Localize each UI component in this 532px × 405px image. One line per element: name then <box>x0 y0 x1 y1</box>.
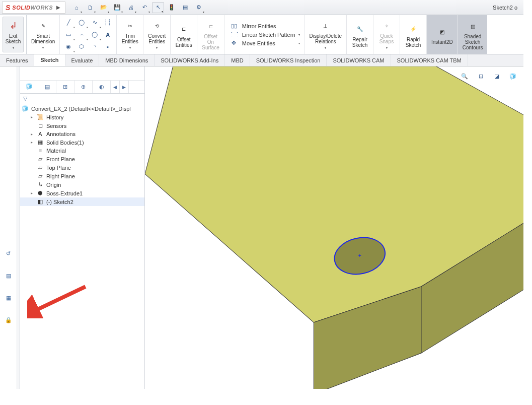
move-entities-button[interactable]: ✥ Move Entities ▾ <box>229 40 300 46</box>
trim-entities-button[interactable]: ✂ Trim Entities ▾ <box>119 17 140 52</box>
tree-item-label: Boss-Extrude1 <box>46 190 83 196</box>
select-icon[interactable]: ↖▾ <box>152 2 164 13</box>
polygon-tool-icon[interactable]: ⬡ <box>76 41 87 52</box>
tree-item-label: Sensors <box>46 123 66 129</box>
tab-cam-tbm[interactable]: SOLIDWORKS CAM TBM <box>391 54 468 66</box>
logo-menu-arrow-icon[interactable]: ▶ <box>55 5 62 10</box>
expand-icon[interactable]: ▸ <box>29 115 34 119</box>
tab-inspection[interactable]: SOLIDWORKS Inspection <box>250 54 327 66</box>
quick-access-toolbar: ⌂▾ 🗋▾ 📂▾ 💾▾ 🖨▾ ↶▾ ↖▾ 🚦 ▤ ⚙▾ <box>70 2 205 13</box>
tab-cam[interactable]: SOLIDWORKS CAM <box>327 54 391 66</box>
move-icon: ✥ <box>229 40 239 46</box>
tree-tab-property-manager[interactable]: ▤ <box>38 81 56 93</box>
exit-sketch-button[interactable]: ↲ Exit Sketch ▾ <box>3 17 24 52</box>
smart-dimension-button[interactable]: ✎ Smart Dimension ▾ <box>29 17 57 52</box>
pattern-tool-icon[interactable]: ┊┊ <box>102 17 113 28</box>
convert-entities-button[interactable]: ⟲ Convert Entities ▾ <box>146 17 168 52</box>
line-tool-icon[interactable]: ╱▾ <box>63 17 74 28</box>
fillet-tool-icon[interactable]: ◝ <box>89 41 100 52</box>
tree-item[interactable]: ▸⬢Boss-Extrude1 <box>20 189 144 197</box>
spline-tool-icon[interactable]: ∿▾ <box>89 17 100 28</box>
tree-item[interactable]: ↳Origin <box>20 180 144 189</box>
tree-item[interactable]: ▱Front Plane <box>20 155 144 163</box>
graphics-viewport[interactable]: 🔍 ⊡ ◪ 🧊 + <box>145 66 523 389</box>
home-icon[interactable]: ⌂▾ <box>70 2 83 13</box>
tree-item[interactable]: ▱Top Plane <box>20 163 144 172</box>
tree-item-label: Solid Bodies(1) <box>46 140 84 146</box>
text-tool-icon[interactable]: A <box>102 29 113 40</box>
save-icon[interactable]: 💾▾ <box>111 2 123 13</box>
shaded-contours-button[interactable]: ▨ Shaded Sketch Contours <box>461 18 485 51</box>
traffic-light-icon[interactable]: 🚦 <box>166 2 178 13</box>
point-tool-icon[interactable]: ▪ <box>102 41 113 52</box>
circle-tool-icon[interactable]: ◯▾ <box>76 17 87 28</box>
tree-tab-configuration[interactable]: ⊞ <box>56 81 74 93</box>
rapid-sketch-button[interactable]: ⚡ Rapid Sketch <box>403 21 424 49</box>
dimension-icon: ✎ <box>37 19 50 32</box>
save-state-icon[interactable]: ▤ <box>3 270 14 281</box>
tab-mbd[interactable]: MBD <box>225 54 250 66</box>
ellipse-tool-icon[interactable]: ◯▾ <box>89 29 100 40</box>
display-delete-relations-button[interactable]: ⊥ Display/Delete Relations ▾ <box>308 17 344 52</box>
tree-tab-arrow-left[interactable]: ◀ <box>111 81 120 93</box>
tree-item[interactable]: ▸AAnnotations <box>20 130 144 138</box>
mirror-entities-button[interactable]: ▯▯ Mirror Entities <box>229 23 300 29</box>
repair-sketch-button[interactable]: 🔧 Repair Sketch <box>349 21 370 49</box>
undo-icon[interactable]: ↶▾ <box>138 2 150 13</box>
offset-surface-icon: ⊏ <box>204 20 217 33</box>
new-icon[interactable]: 🗋▾ <box>84 2 96 13</box>
feature-tree-panel: 🧊 ▤ ⊞ ⊕ ◐ ◀ ▶ ▽ 🧊 Convert_EX_2 (Default<… <box>20 66 145 389</box>
tree-tab-arrow-right[interactable]: ▶ <box>120 81 129 93</box>
tab-sketch[interactable]: Sketch <box>34 54 65 66</box>
tree-item-icon: ◧ <box>36 198 44 205</box>
expand-icon[interactable]: ▸ <box>29 132 34 137</box>
arc-tool-icon[interactable]: ⌢▾ <box>76 29 87 40</box>
report-icon[interactable]: ▤ <box>179 2 191 13</box>
tree-item-icon: ▱ <box>36 173 44 179</box>
offset-on-surface-button: ⊏ Offset On Surface <box>200 18 221 51</box>
open-icon[interactable]: 📂▾ <box>98 2 110 13</box>
relations-icon: ⊥ <box>319 19 332 32</box>
tree-item-icon: 📜 <box>36 114 44 120</box>
tree-item[interactable]: ◻Sensors <box>20 121 144 130</box>
tree-tabbar: 🧊 ▤ ⊞ ⊕ ◐ ◀ ▶ <box>20 81 144 94</box>
tree-item[interactable]: ▸📜History <box>20 113 144 121</box>
tree-item[interactable]: ▸▦Solid Bodies(1) <box>20 138 144 147</box>
model-3d: + <box>145 66 523 389</box>
tree-item[interactable]: ▱Right Plane <box>20 172 144 180</box>
expand-icon[interactable]: ▸ <box>29 191 34 195</box>
tree-item-icon: A <box>36 131 44 137</box>
rectangle-tool-icon[interactable]: ▭▾ <box>63 29 74 40</box>
tree-tab-dimxpert[interactable]: ⊕ <box>74 81 93 93</box>
slot-tool-icon[interactable]: ◉▾ <box>63 41 74 52</box>
tree-item[interactable]: ◧(-) Sketch2 <box>20 197 144 206</box>
tree-tab-feature-manager[interactable]: 🧊 <box>20 81 38 93</box>
expand-icon[interactable]: ▸ <box>29 140 34 145</box>
linear-pattern-button[interactable]: ⋮⋮ Linear Sketch Pattern ▾ <box>229 31 300 38</box>
logo-text: SOLIDWORKS <box>12 5 53 11</box>
tree-item-icon: ▦ <box>36 139 44 146</box>
tree-root[interactable]: 🧊 Convert_EX_2 (Default<<Default>_Displ <box>20 104 144 113</box>
offset-icon: ⊏ <box>177 23 190 36</box>
feature-tree: 🧊 Convert_EX_2 (Default<<Default>_Displ … <box>20 103 144 206</box>
print-icon[interactable]: 🖨▾ <box>125 2 137 13</box>
instant2d-icon: ◩ <box>435 25 448 38</box>
title-bar: S SOLIDWORKS ▶ ⌂▾ 🗋▾ 📂▾ 💾▾ 🖨▾ ↶▾ ↖▾ 🚦 ▤ … <box>0 0 523 15</box>
tree-filter[interactable]: ▽ <box>20 94 144 103</box>
tree-tab-appearance[interactable]: ◐ <box>93 81 111 93</box>
tree-item-label: Top Plane <box>46 165 71 171</box>
history-rewind-icon[interactable]: ↺ <box>3 248 14 259</box>
snaps-icon: ✧ <box>380 19 393 32</box>
grid-snap-icon[interactable]: ▦ <box>3 292 14 303</box>
tab-evaluate[interactable]: Evaluate <box>65 54 100 66</box>
reload-lock-icon[interactable]: 🔒 <box>3 314 14 325</box>
tree-item[interactable]: ≡Material <box>20 147 144 155</box>
tab-mbd-dimensions[interactable]: MBD Dimensions <box>99 54 155 66</box>
ribbon: ↲ Exit Sketch ▾ ✎ Smart Dimension ▾ ╱▾ ◯… <box>0 15 523 54</box>
instant2d-button[interactable]: ◩ Instant2D <box>429 23 455 46</box>
tab-features[interactable]: Features <box>0 54 34 66</box>
options-gear-icon[interactable]: ⚙▾ <box>193 2 205 13</box>
tab-addins[interactable]: SOLIDWORKS Add-Ins <box>155 54 225 66</box>
tree-item-label: (-) Sketch2 <box>46 199 73 205</box>
offset-entities-button[interactable]: ⊏ Offset Entities <box>173 21 194 49</box>
